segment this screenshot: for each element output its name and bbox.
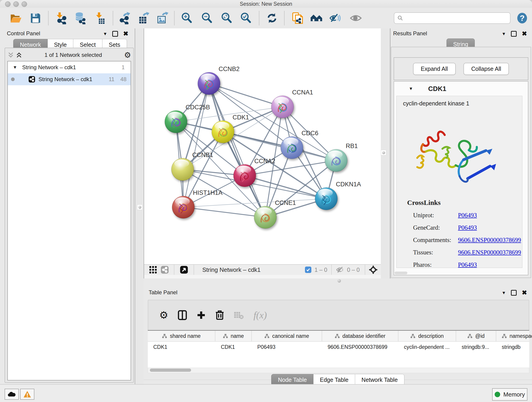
column-header-label: database identifier: [342, 333, 386, 339]
graph-node-CCNA1[interactable]: CCNA1: [271, 89, 313, 118]
panel-menu-icon[interactable]: ▼: [103, 32, 108, 36]
column-header-database-identifier[interactable]: database identifier: [322, 331, 399, 341]
column-header-namespac[interactable]: namespac: [496, 331, 532, 341]
expand-all-networks-icon[interactable]: [16, 51, 22, 58]
help-icon[interactable]: ?: [515, 12, 529, 25]
results-scrollbar[interactable]: [394, 272, 407, 274]
export-network-icon[interactable]: [118, 12, 132, 25]
crosslink-label: Uniprot:: [407, 212, 458, 219]
close-panel-icon[interactable]: ✖: [123, 31, 128, 37]
left-splitter-handle[interactable]: [137, 204, 143, 210]
hidden-eye-icon: [336, 266, 344, 274]
float-panel-icon[interactable]: [511, 31, 517, 37]
table-cell[interactable]: cyclin-dependent ...: [399, 342, 456, 352]
panel-menu-icon[interactable]: ▼: [502, 32, 506, 36]
refresh-icon[interactable]: [265, 12, 279, 25]
hide-selected-eye-icon[interactable]: [329, 12, 342, 25]
open-session-icon[interactable]: [9, 12, 22, 25]
table-cell[interactable]: CDK1: [148, 342, 215, 352]
table-cell[interactable]: 9606.ENSP00000378699: [322, 342, 399, 352]
network-graph[interactable]: CCNB2CCNA1CDC25BCDK1CDC6RB1CCNB1CCNA2CDK…: [144, 28, 381, 264]
node-table[interactable]: shared namenamecanonical namedatabase id…: [148, 330, 529, 368]
collapse-all-networks-icon[interactable]: [7, 51, 14, 58]
crosslink-value-link[interactable]: P06493: [458, 261, 477, 268]
network-collection-row[interactable]: ▼ String Network – cdk1 1: [8, 61, 131, 73]
graph-node-CDKN1A[interactable]: CDKN1A: [315, 181, 361, 210]
table-scrollbar-thumb[interactable]: [150, 369, 191, 372]
graph-node-CCNB2[interactable]: CCNB2: [198, 65, 240, 95]
collection-expander-icon[interactable]: ▼: [13, 65, 17, 70]
hidden-count: 0 – 0: [347, 267, 360, 273]
network-options-gear-icon[interactable]: ⚙: [124, 51, 131, 59]
graph-node-CDK1[interactable]: CDK1: [212, 114, 249, 143]
memory-button[interactable]: Memory: [492, 388, 527, 401]
horizontal-splitter-handle[interactable]: [337, 279, 341, 283]
create-column-icon[interactable]: [196, 311, 206, 320]
network-view-icon[interactable]: [161, 266, 169, 274]
table-row[interactable]: CDK1CDK1P064939606.ENSP00000378699cyclin…: [148, 342, 529, 352]
zoom-fit-icon[interactable]: [220, 12, 233, 25]
gene-expander-icon[interactable]: ▼: [409, 86, 413, 91]
grid-view-icon[interactable]: [149, 266, 157, 274]
close-panel-icon[interactable]: ✖: [522, 290, 527, 296]
save-session-icon[interactable]: [29, 12, 42, 25]
network-row-selected[interactable]: String Network – cdk1 11 48: [8, 73, 131, 85]
column-header-canonical-name[interactable]: canonical name: [252, 331, 322, 341]
tab-edge-table[interactable]: Edge Table: [313, 374, 355, 385]
graph-node-RB1[interactable]: RB1: [325, 143, 358, 172]
export-image-icon[interactable]: [156, 12, 169, 25]
crosslink-value-link[interactable]: P06493: [458, 224, 477, 231]
right-splitter[interactable]: [381, 28, 390, 279]
birdseye-view-icon[interactable]: [180, 266, 188, 274]
float-panel-icon[interactable]: [112, 31, 118, 37]
column-header--id[interactable]: @id: [456, 331, 496, 341]
network-canvas[interactable]: CCNB2CCNA1CDC25BCDK1CDC6RB1CCNB1CCNA2CDK…: [144, 28, 381, 279]
import-table-file-icon[interactable]: [94, 12, 107, 25]
left-splitter[interactable]: [135, 28, 144, 384]
import-network-database-icon[interactable]: [73, 12, 87, 25]
zoom-selected-icon[interactable]: [239, 12, 253, 25]
table-cell[interactable]: stringdb: [496, 342, 532, 352]
table-cell[interactable]: CDK1: [215, 342, 252, 352]
import-network-file-icon[interactable]: [54, 12, 67, 25]
zoom-out-icon[interactable]: [200, 12, 214, 25]
collapse-all-button[interactable]: Collapse All: [463, 63, 509, 75]
show-column-icon[interactable]: [178, 310, 187, 320]
expand-all-button[interactable]: Expand All: [413, 63, 456, 75]
search-input[interactable]: [405, 15, 510, 22]
panel-menu-icon[interactable]: ▼: [502, 290, 506, 295]
column-header-name[interactable]: name: [215, 331, 252, 341]
table-horizontal-scrollbar[interactable]: [148, 368, 529, 373]
attribute-settings-gear-icon[interactable]: ⚙: [159, 310, 168, 320]
crosslink-value-link[interactable]: P06493: [458, 212, 477, 219]
crosslink-value-link[interactable]: 9606.ENSP00000378699: [458, 249, 521, 256]
graph-node-CCNB1[interactable]: CCNB1: [171, 152, 213, 181]
fit-selected-crosshair-icon[interactable]: [368, 265, 378, 274]
delete-column-icon[interactable]: [215, 310, 224, 320]
table-cell[interactable]: stringdb:9...: [456, 342, 496, 352]
tab-node-table[interactable]: Node Table: [271, 374, 313, 385]
graph-node-HIST1H1A[interactable]: HIST1H1A: [172, 189, 222, 218]
duplicate-network-icon[interactable]: [291, 12, 304, 25]
float-panel-icon[interactable]: [511, 290, 517, 296]
graph-node-CCNE1[interactable]: CCNE1: [254, 199, 296, 229]
close-panel-icon[interactable]: ✖: [522, 31, 527, 37]
results-scroll-area[interactable]: ▼ CDK1 cyclin-dependent kinase 1: [394, 81, 528, 275]
graph-node-CDC25B[interactable]: CDC25B: [165, 104, 210, 133]
search-box[interactable]: [394, 12, 510, 24]
zoom-in-icon[interactable]: [180, 12, 193, 25]
crosslink-value-link[interactable]: 9606.ENSP00000378699: [458, 236, 521, 244]
tab-network-table[interactable]: Network Table: [355, 374, 404, 385]
column-header-shared-name[interactable]: shared name: [148, 331, 215, 341]
show-eye-icon[interactable]: [349, 12, 362, 25]
right-splitter-handle[interactable]: [381, 150, 386, 155]
table-cell[interactable]: P06493: [252, 342, 322, 352]
warning-button[interactable]: [20, 389, 34, 400]
houses-icon[interactable]: [310, 12, 323, 25]
column-header-description[interactable]: description: [399, 331, 456, 341]
selected-checkbox-icon[interactable]: [305, 267, 311, 273]
export-table-icon[interactable]: [137, 12, 150, 25]
horizontal-splitter[interactable]: [144, 279, 532, 283]
cloud-button[interactable]: [5, 389, 19, 400]
gene-section-header[interactable]: ▼ CDK1: [394, 82, 528, 96]
